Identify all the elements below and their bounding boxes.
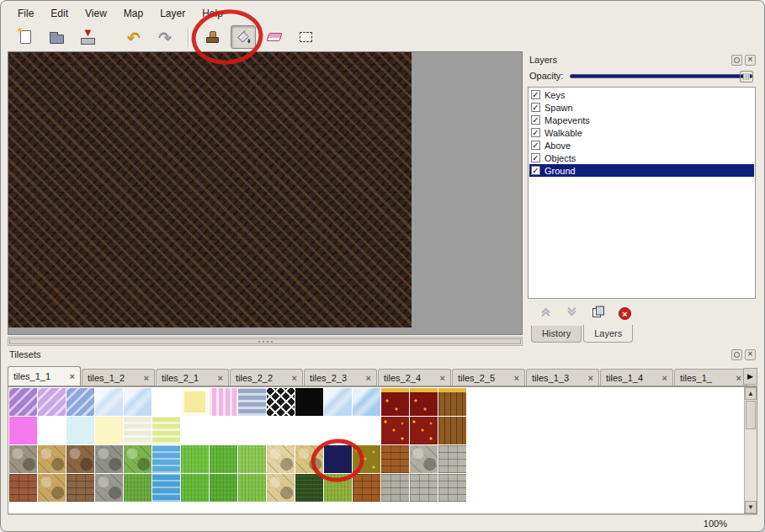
close-panel-button[interactable]: × — [745, 55, 756, 66]
tab-close-icon[interactable]: × — [440, 373, 445, 383]
tile-1-3[interactable] — [95, 417, 123, 444]
tileset-tab-tiles_2_3[interactable]: tiles_2_3× — [304, 369, 377, 386]
tile-0-1[interactable] — [38, 388, 66, 416]
tile-2-12[interactable] — [353, 445, 380, 473]
tile-1-9[interactable] — [267, 417, 295, 444]
tile-3-11[interactable] — [324, 474, 352, 502]
tile-1-7[interactable] — [210, 417, 237, 444]
tile-1-12[interactable] — [353, 417, 380, 444]
tile-2-1[interactable] — [38, 445, 66, 473]
stamp-button[interactable] — [199, 25, 225, 49]
layer-visibility-checkbox[interactable]: ✓ — [531, 90, 540, 99]
redo-button[interactable]: ↷ — [152, 25, 178, 49]
tile-3-15[interactable] — [438, 474, 466, 502]
tile-0-11[interactable] — [324, 388, 352, 416]
layer-row-walkable[interactable]: ✓Walkable — [529, 126, 754, 139]
tile-3-10[interactable] — [295, 474, 323, 502]
tile-2-10[interactable] — [295, 445, 323, 473]
tile-0-15[interactable] — [438, 388, 466, 416]
tileset-tab-tiles_1_[interactable]: tiles_1_× — [674, 369, 747, 386]
layer-row-ground[interactable]: ✓Ground — [529, 164, 754, 177]
tile-2-8[interactable] — [238, 445, 266, 473]
tile-2-6[interactable] — [181, 445, 209, 473]
tileset-tab-tiles_1_3[interactable]: tiles_1_3× — [526, 369, 599, 386]
map-canvas[interactable] — [8, 52, 412, 327]
menu-item-edit[interactable]: Edit — [44, 6, 75, 21]
tile-2-7[interactable] — [210, 445, 237, 473]
tab-close-icon[interactable]: × — [662, 373, 667, 383]
move-layer-down-button[interactable] — [566, 306, 578, 320]
tileset-vertical-scrollbar[interactable]: ▲ ▼ — [744, 387, 757, 513]
tile-1-10[interactable] — [295, 417, 323, 444]
tile-2-11[interactable] — [324, 445, 352, 473]
tile-0-12[interactable] — [353, 388, 380, 416]
map-horizontal-scrollbar[interactable] — [8, 337, 523, 346]
tile-2-4[interactable] — [124, 445, 151, 473]
tileset-tab-tiles_2_1[interactable]: tiles_2_1× — [156, 369, 229, 386]
tile-3-5[interactable] — [152, 474, 180, 502]
tile-3-0[interactable] — [9, 474, 37, 502]
tile-0-5[interactable] — [152, 388, 180, 416]
tile-3-8[interactable] — [238, 474, 266, 502]
layer-row-mapevents[interactable]: ✓Mapevents — [529, 114, 754, 126]
tile-2-0[interactable] — [9, 445, 37, 473]
tab-close-icon[interactable]: × — [366, 373, 371, 383]
tile-3-2[interactable] — [66, 474, 94, 502]
tile-0-14[interactable] — [410, 388, 438, 416]
tile-0-4[interactable] — [124, 388, 151, 416]
float-panel-button[interactable] — [731, 349, 742, 360]
tile-1-1[interactable] — [38, 417, 66, 444]
tileset-tab-tiles_2_2[interactable]: tiles_2_2× — [230, 369, 303, 386]
tab-close-icon[interactable]: × — [736, 373, 741, 383]
menu-item-help[interactable]: Help — [195, 6, 230, 21]
layer-visibility-checkbox[interactable]: ✓ — [531, 153, 540, 162]
tile-1-2[interactable] — [66, 417, 94, 444]
tile-1-5[interactable] — [152, 417, 180, 444]
tab-close-icon[interactable]: × — [144, 373, 149, 383]
tile-3-7[interactable] — [210, 474, 237, 502]
opacity-slider[interactable] — [570, 74, 752, 78]
float-panel-button[interactable] — [731, 55, 742, 66]
layer-visibility-checkbox[interactable]: ✓ — [531, 115, 540, 125]
layer-row-spawn[interactable]: ✓Spawn — [529, 101, 754, 114]
delete-layer-button[interactable]: × — [619, 307, 631, 320]
tile-0-8[interactable] — [238, 388, 266, 416]
tile-3-9[interactable] — [267, 474, 295, 502]
layer-row-above[interactable]: ✓Above — [529, 139, 754, 152]
move-layer-up-button[interactable] — [539, 306, 552, 320]
tile-3-14[interactable] — [410, 474, 438, 502]
tile-0-6[interactable] — [181, 388, 209, 416]
duplicate-layer-button[interactable] — [592, 306, 605, 321]
tab-scroll-right-button[interactable]: ▶ — [743, 368, 757, 385]
open-button[interactable] — [44, 25, 69, 49]
tile-2-9[interactable] — [267, 445, 295, 473]
tile-3-4[interactable] — [124, 474, 151, 502]
tab-history[interactable]: History — [531, 326, 582, 343]
tab-layers[interactable]: Layers — [583, 325, 633, 343]
tile-1-13[interactable] — [381, 417, 409, 444]
tile-0-7[interactable] — [210, 388, 237, 416]
tile-1-4[interactable] — [124, 417, 151, 444]
tile-1-8[interactable] — [238, 417, 266, 444]
tileset-tab-tiles_1_1[interactable]: tiles_1_1× — [8, 366, 81, 386]
menu-item-file[interactable]: File — [11, 6, 40, 21]
tile-0-13[interactable] — [381, 388, 409, 416]
tile-3-6[interactable] — [181, 474, 209, 502]
tile-1-15[interactable] — [438, 417, 466, 444]
tab-close-icon[interactable]: × — [70, 371, 75, 381]
scrollbar-thumb[interactable] — [9, 338, 521, 344]
menu-item-map[interactable]: Map — [117, 6, 150, 21]
layer-row-objects[interactable]: ✓Objects — [529, 152, 754, 164]
tileset-tab-tiles_2_5[interactable]: tiles_2_5× — [452, 369, 525, 386]
tile-2-2[interactable] — [66, 445, 94, 473]
tile-2-14[interactable] — [410, 445, 438, 473]
menu-item-layer[interactable]: Layer — [153, 6, 192, 21]
opacity-slider-handle[interactable] — [740, 71, 753, 82]
layer-row-keys[interactable]: ✓Keys — [529, 88, 754, 101]
tile-2-15[interactable] — [438, 445, 466, 473]
scroll-down-button[interactable]: ▼ — [745, 501, 757, 513]
scroll-up-button[interactable]: ▲ — [745, 387, 757, 400]
select-button[interactable] — [293, 25, 318, 49]
tab-close-icon[interactable]: × — [292, 373, 297, 383]
tile-2-5[interactable] — [152, 445, 180, 473]
